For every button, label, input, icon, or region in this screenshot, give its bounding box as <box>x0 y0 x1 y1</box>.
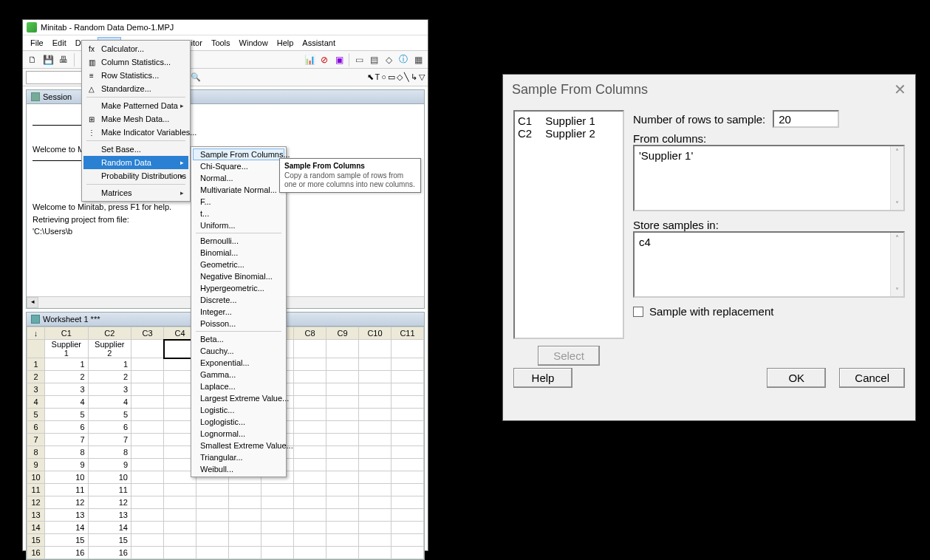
data-cell[interactable]: 8 <box>45 446 89 459</box>
data-cell[interactable]: 9 <box>45 459 89 471</box>
data-cell[interactable] <box>326 358 359 371</box>
print-icon[interactable]: 🖶 <box>57 53 70 66</box>
data-cell[interactable] <box>359 358 392 371</box>
col-header[interactable]: C1 <box>45 327 89 340</box>
data-cell[interactable] <box>359 459 392 471</box>
column-list-item[interactable]: C2Supplier 2 <box>518 127 620 140</box>
data-cell[interactable]: 2 <box>88 371 131 383</box>
data-cell[interactable]: 5 <box>45 409 89 421</box>
data-cell[interactable] <box>294 471 326 484</box>
data-cell[interactable]: 9 <box>88 459 131 471</box>
from-columns-textarea[interactable]: 'Supplier 1' ˄˅ <box>633 145 905 211</box>
menu-item[interactable]: △Standardize... <box>83 82 188 95</box>
data-cell[interactable] <box>294 421 326 434</box>
data-cell[interactable] <box>131 496 164 509</box>
submenu-item[interactable]: Beta... <box>193 333 284 345</box>
menu-assistant[interactable]: Assistant <box>298 37 339 49</box>
text-tool-icon[interactable]: T <box>375 72 380 82</box>
data-cell[interactable] <box>392 383 424 396</box>
data-cell[interactable] <box>326 509 359 522</box>
submenu-item[interactable]: Uniform... <box>193 219 284 231</box>
data-cell[interactable] <box>261 496 294 509</box>
data-cell[interactable]: 1 <box>45 358 89 371</box>
menu-item[interactable]: Make Patterned Data <box>83 99 188 112</box>
data-cell[interactable] <box>326 471 359 484</box>
data-cell[interactable] <box>326 409 359 421</box>
submenu-item[interactable]: Poisson... <box>193 318 284 329</box>
data-cell[interactable] <box>261 509 294 522</box>
data-cell[interactable]: 13 <box>88 509 131 522</box>
data-cell[interactable] <box>164 496 196 509</box>
data-cell[interactable] <box>392 358 424 371</box>
corner-cell[interactable]: ↓ <box>27 327 45 340</box>
data-cell[interactable] <box>294 396 326 409</box>
col-name-cell[interactable] <box>131 340 164 358</box>
col-header[interactable]: C10 <box>359 327 392 340</box>
data-cell[interactable] <box>164 522 196 534</box>
data-cell[interactable]: 5 <box>88 409 131 421</box>
data-cell[interactable] <box>131 509 164 522</box>
tb-d-icon[interactable]: ▦ <box>411 53 425 66</box>
cancel-button[interactable]: Cancel <box>839 368 905 388</box>
row-header[interactable]: 7 <box>27 434 45 446</box>
col-header[interactable]: C11 <box>392 327 424 340</box>
data-cell[interactable] <box>164 484 196 496</box>
data-cell[interactable]: 3 <box>45 383 89 396</box>
chart-icon[interactable]: 📊 <box>303 53 316 66</box>
play-icon[interactable]: ▣ <box>332 53 346 66</box>
data-cell[interactable] <box>294 534 326 547</box>
pointer-icon[interactable]: ⬉ <box>367 72 374 82</box>
tb-b-icon[interactable]: ▤ <box>367 53 380 66</box>
data-cell[interactable] <box>392 446 424 459</box>
tb-c-icon[interactable]: ◇ <box>382 53 395 66</box>
data-cell[interactable] <box>392 547 424 559</box>
menu-item[interactable]: ≡Row Statistics... <box>83 69 188 82</box>
data-cell[interactable] <box>229 522 261 534</box>
menu-item[interactable]: ▥Column Statistics... <box>83 55 188 69</box>
row-header[interactable]: 10 <box>27 471 45 484</box>
data-cell[interactable] <box>131 522 164 534</box>
menu-file[interactable]: File <box>27 37 47 49</box>
col-header[interactable]: C9 <box>326 327 359 340</box>
data-cell[interactable] <box>294 522 326 534</box>
data-cell[interactable] <box>359 547 392 559</box>
columns-listbox[interactable]: C1Supplier 1C2Supplier 2 <box>513 110 624 339</box>
data-cell[interactable] <box>131 459 164 471</box>
submenu-item[interactable]: Laplace... <box>193 380 284 392</box>
data-cell[interactable] <box>359 421 392 434</box>
menu-help[interactable]: Help <box>273 37 298 49</box>
data-cell[interactable] <box>359 396 392 409</box>
data-cell[interactable] <box>294 509 326 522</box>
data-cell[interactable]: 14 <box>45 522 89 534</box>
menu-item[interactable]: fxCalculator... <box>83 42 188 55</box>
col-name-cell[interactable]: Supplier 1 <box>45 340 89 358</box>
rect-tool-icon[interactable]: ▭ <box>388 72 395 82</box>
row-header[interactable]: 2 <box>27 371 45 383</box>
row-header[interactable]: 1 <box>27 358 45 371</box>
data-cell[interactable] <box>131 383 164 396</box>
data-cell[interactable] <box>359 471 392 484</box>
row-header[interactable]: 12 <box>27 496 45 509</box>
submenu-item[interactable]: Normal... <box>193 172 284 184</box>
data-cell[interactable] <box>196 547 229 559</box>
menu-edit[interactable]: Edit <box>49 37 70 49</box>
data-cell[interactable] <box>392 371 424 383</box>
zoom-icon[interactable]: 🔍 <box>191 72 201 82</box>
submenu-item[interactable]: t... <box>193 208 284 219</box>
data-cell[interactable] <box>392 409 424 421</box>
col-name-cell[interactable] <box>392 340 424 358</box>
data-cell[interactable] <box>392 434 424 446</box>
data-cell[interactable]: 4 <box>45 396 89 409</box>
data-cell[interactable] <box>131 358 164 371</box>
menu-item[interactable]: ⋮Make Indicator Variables... <box>83 126 188 139</box>
data-cell[interactable]: 1 <box>88 358 131 371</box>
data-cell[interactable] <box>326 434 359 446</box>
row-header[interactable]: 4 <box>27 396 45 409</box>
data-cell[interactable] <box>359 409 392 421</box>
submenu-item[interactable]: Largest Extreme Value... <box>193 392 284 404</box>
data-cell[interactable] <box>131 446 164 459</box>
data-cell[interactable] <box>164 534 196 547</box>
data-cell[interactable]: 8 <box>88 446 131 459</box>
data-cell[interactable]: 7 <box>45 434 89 446</box>
menu-item[interactable]: Random Data <box>83 156 188 169</box>
